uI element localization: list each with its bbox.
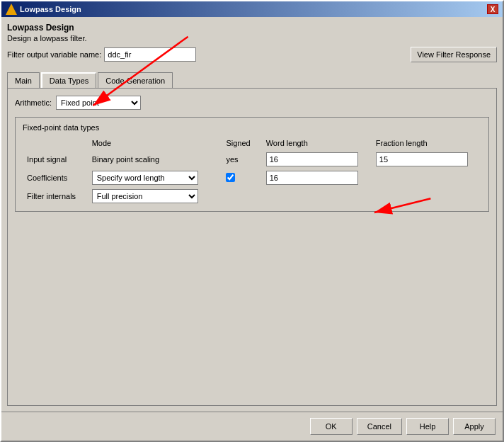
col-header-word-length: Word length [262,137,372,150]
filter-output-left: Filter output variable name: [7,47,196,62]
row-fraction-filter-internals [372,187,481,205]
window-title: Lowpass Design [20,5,81,13]
row-label-filter-internals: Filter internals [23,187,88,205]
data-table: Mode Signed Word length Fraction length … [23,137,481,205]
tabs-row: Main Data Types Code Generation [7,72,497,88]
row-label-coefficients: Coefficients [23,169,88,187]
col-header-mode: Mode [88,137,222,150]
title-bar-left: Lowpass Design [6,4,81,15]
filter-output-input[interactable] [104,47,196,62]
row-word-coefficients [262,169,372,187]
filter-output-label: Filter output variable name: [7,50,101,59]
group-title: Fixed-point data types [23,123,481,132]
arithmetic-label: Arithmetic: [15,98,52,107]
mode-select-coefficients[interactable]: Specify word length [92,171,198,185]
row-signed-filter-internals [222,187,261,205]
close-button[interactable]: X [487,4,498,14]
col-header-fraction-length: Fraction length [372,137,481,150]
row-fraction-coefficients [372,169,481,187]
col-header-label [23,137,88,150]
dialog-subtitle: Design a lowpass filter. [7,34,497,42]
apply-button[interactable]: Apply [453,418,496,435]
arithmetic-select[interactable]: Fixed point [56,96,141,110]
help-button[interactable]: Help [406,418,449,435]
col-header-signed: Signed [222,137,261,150]
row-mode-coefficients: Specify word length [88,169,222,187]
tab-main[interactable]: Main [7,72,40,88]
row-word-filter-internals [262,187,372,205]
view-filter-response-button[interactable]: View Filter Response [411,47,497,62]
fraction-length-input-signal[interactable] [376,152,468,166]
table-row: Filter internals Full precision [23,187,481,205]
row-word-input-signal [262,150,372,169]
app-icon [6,4,17,15]
arithmetic-row: Arithmetic: Fixed point [15,96,489,110]
table-row: Coefficients Specify word length [23,169,481,187]
main-window: Lowpass Design X Lowpass Design Design a… [0,0,504,442]
signed-checkbox-coefficients[interactable] [226,173,235,182]
tab-code-generation[interactable]: Code Generation [98,72,173,88]
tab-panel-data-types: Arithmetic: Fixed point Fixed-point data… [7,88,497,406]
row-mode-input-signal: Binary point scaling [88,150,222,169]
title-bar: Lowpass Design X [1,1,503,17]
fixed-point-group: Fixed-point data types Mode Signed Word … [15,117,489,212]
table-row: Input signal Binary point scaling yes [23,150,481,169]
row-label-input-signal: Input signal [23,150,88,169]
row-signed-input-signal: yes [222,150,261,169]
content-area: Lowpass Design Design a lowpass filter. … [1,17,503,412]
mode-select-filter-internals[interactable]: Full precision [92,189,198,203]
word-length-coefficients[interactable] [266,171,358,185]
header-section: Lowpass Design Design a lowpass filter. … [7,23,497,68]
row-fraction-input-signal [372,150,481,169]
word-length-input-signal[interactable] [266,152,358,166]
filter-output-row: Filter output variable name: View Filter… [7,47,497,62]
row-signed-coefficients [222,169,261,187]
dialog-title: Lowpass Design [7,23,497,33]
bottom-bar: OK Cancel Help Apply [1,412,503,441]
cancel-button[interactable]: Cancel [357,418,402,435]
tab-data-types[interactable]: Data Types [41,72,96,88]
ok-button[interactable]: OK [310,418,353,435]
row-mode-filter-internals: Full precision [88,187,222,205]
